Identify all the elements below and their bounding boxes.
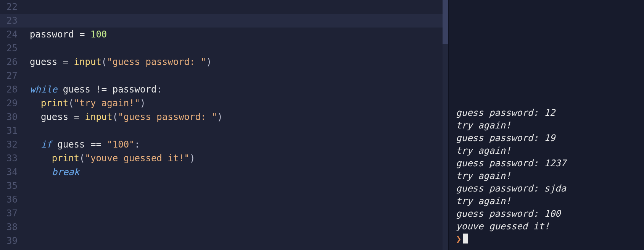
line-number: 24 [0, 28, 22, 41]
indent-guide [30, 138, 30, 151]
code-token: "try again!" [74, 98, 140, 109]
code-token: ) [190, 153, 195, 164]
line-number: 31 [0, 124, 22, 138]
line-number: 27 [0, 69, 22, 83]
terminal-line: guess password: 19 [456, 132, 639, 144]
line-number: 26 [0, 55, 22, 69]
code-token: guess [63, 84, 90, 95]
code-token: == [90, 139, 101, 150]
code-line[interactable]: break [22, 165, 443, 179]
code-line[interactable] [22, 179, 443, 193]
code-line[interactable]: if guess == "100": [22, 138, 443, 151]
terminal-prompt: ❯ [456, 234, 461, 244]
code-line[interactable]: while guess != password: [22, 83, 443, 96]
indent-guide [30, 96, 30, 110]
line-number: 28 [0, 83, 22, 96]
code-line[interactable] [22, 234, 443, 248]
code-line[interactable] [22, 0, 443, 14]
line-number-gutter: 222324252627282930313233343536373839 [0, 0, 22, 250]
code-line[interactable] [22, 220, 443, 234]
terminal-line: guess password: sjda [456, 182, 639, 195]
terminal-line: guess password: 12 [456, 107, 639, 119]
code-line[interactable]: guess = input("guess password: ") [22, 110, 443, 124]
code-token [107, 84, 112, 95]
code-line[interactable] [22, 14, 443, 28]
code-line[interactable]: print("try again!") [22, 96, 443, 110]
code-token: print [52, 153, 79, 164]
terminal-line: guess password: 1237 [456, 157, 639, 170]
code-token: if [41, 139, 52, 150]
code-token: = [63, 57, 68, 67]
code-token: ( [113, 112, 118, 122]
code-token [57, 57, 63, 67]
code-token [68, 57, 74, 67]
indent-guide [41, 165, 41, 179]
code-token: != [96, 84, 107, 95]
line-number: 33 [0, 151, 22, 165]
line-number: 39 [0, 234, 22, 248]
code-token: "guess password: " [107, 57, 206, 67]
code-token [79, 112, 85, 122]
code-area[interactable]: password = 100guess = input("guess passw… [22, 0, 443, 250]
code-token: guess [57, 139, 85, 150]
editor-scrollbar-track[interactable] [443, 0, 448, 250]
app-root: 222324252627282930313233343536373839 pas… [0, 0, 644, 250]
code-token [30, 139, 41, 150]
code-token [101, 139, 107, 150]
code-line[interactable] [22, 124, 443, 138]
editor-pane[interactable]: 222324252627282930313233343536373839 pas… [0, 0, 448, 250]
code-token [30, 98, 41, 109]
code-line[interactable] [22, 206, 443, 220]
code-token [85, 29, 90, 40]
code-token: break [52, 167, 79, 177]
indent-guide [30, 151, 30, 165]
terminal-line: try again! [456, 119, 639, 132]
terminal-cursor [463, 234, 468, 244]
code-line[interactable]: guess = input("guess password: ") [22, 55, 443, 69]
code-token [68, 112, 74, 122]
code-token: "guess password: " [118, 112, 217, 122]
indent-guide [41, 151, 41, 165]
code-line[interactable] [22, 193, 443, 206]
code-token: input [74, 57, 101, 67]
code-token [85, 139, 90, 150]
code-line[interactable]: password = 100 [22, 28, 443, 41]
terminal-pane[interactable]: guess password: 12try again!guess passwo… [448, 0, 644, 250]
code-token: : [156, 84, 162, 95]
code-token: ( [68, 98, 74, 109]
terminal-line: try again! [456, 195, 639, 208]
terminal-line: try again! [456, 144, 639, 157]
terminal-line: youve guessed it! [456, 220, 639, 233]
editor-scrollbar-thumb[interactable] [443, 0, 448, 44]
code-token: : [135, 139, 140, 150]
code-token [57, 84, 63, 95]
code-token: password [30, 29, 74, 40]
code-token [90, 84, 96, 95]
indent-guide [30, 124, 30, 138]
code-token: = [74, 112, 79, 122]
indent-guide [30, 165, 30, 179]
code-token: password [113, 84, 157, 95]
code-token: guess [41, 112, 68, 122]
terminal-line: try again! [456, 170, 639, 182]
line-number: 30 [0, 110, 22, 124]
code-token: ( [101, 57, 107, 67]
code-token [74, 29, 79, 40]
code-line[interactable]: print("youve guessed it!") [22, 151, 443, 165]
code-token [52, 139, 57, 150]
line-number: 23 [0, 14, 22, 28]
code-token: input [85, 112, 113, 122]
line-number: 36 [0, 193, 22, 206]
line-number: 29 [0, 96, 22, 110]
terminal-prompt-line[interactable]: ❯ [456, 233, 639, 245]
code-token: ) [217, 112, 222, 122]
line-number: 37 [0, 206, 22, 220]
code-line[interactable] [22, 69, 443, 83]
code-token: ( [79, 153, 85, 164]
code-line[interactable] [22, 41, 443, 55]
line-number: 34 [0, 165, 22, 179]
line-number: 32 [0, 138, 22, 151]
code-token: = [79, 29, 85, 40]
line-number: 25 [0, 41, 22, 55]
line-number: 35 [0, 179, 22, 193]
